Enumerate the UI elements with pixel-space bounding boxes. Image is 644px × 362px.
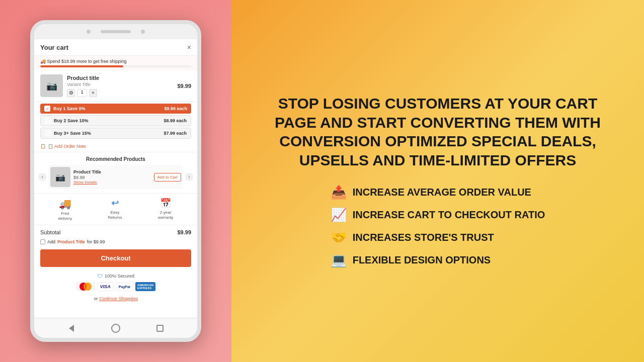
- volume-price-3: $7.99 each: [164, 131, 187, 136]
- note-label: 📋 Add Order Note: [48, 144, 86, 149]
- feature-text-1: INCREASE AVERAGE ORDER VALUE: [353, 187, 531, 198]
- product-details: Product title Variant Title ⚙ 1 +: [67, 75, 173, 97]
- returns-icon: ↩: [111, 198, 119, 209]
- recommended-title: Recommended Products: [34, 156, 197, 162]
- shipping-progress-bar: [40, 65, 191, 67]
- home-circle-icon: [111, 324, 120, 333]
- product-price: $9.99: [177, 83, 191, 89]
- phone-notch: [101, 30, 131, 33]
- phone-top-bar: [34, 24, 197, 39]
- upsell-checkbox[interactable]: [40, 239, 45, 244]
- features-list: 📤 INCREASE AVERAGE ORDER VALUE 📈 INCREAS…: [331, 185, 545, 268]
- shield-icon: 🛡: [97, 273, 103, 279]
- upsell-product-link[interactable]: Product Title: [57, 239, 85, 244]
- product-variant: Variant Title: [67, 82, 173, 87]
- subtotal-label: Subtotal: [40, 229, 60, 235]
- note-icon: 📋: [40, 144, 46, 149]
- home-button[interactable]: [111, 323, 121, 333]
- slider-prev-arrow[interactable]: ‹: [38, 173, 46, 181]
- main-headline: STOP LOSING CUSTOMERS AT YOUR CART PAGE …: [257, 94, 619, 169]
- paypal-icon: PayPal: [116, 282, 133, 291]
- shipping-text: 🚚 Spend $18.99 more to get free shipping: [40, 59, 191, 64]
- recommended-slider: ‹ 📷 Product Title $9.99 Show Details Add…: [34, 165, 197, 189]
- slider-next-arrow[interactable]: ›: [185, 173, 193, 181]
- volume-option-2[interactable]: Buy 2 Save 10% $8.99 each: [40, 115, 191, 126]
- returns-text: EasyReturns: [108, 210, 122, 220]
- quantity-decrease[interactable]: ⚙: [67, 89, 75, 97]
- cart-title: Your cart: [40, 44, 68, 51]
- volume-option-3[interactable]: Buy 3+ Save 15% $7.99 each: [40, 128, 191, 139]
- product-title: Product title: [67, 75, 173, 81]
- volume-discount-options: Buy 1 Save 0% $9.99 each Buy 2 Save 10% …: [34, 102, 197, 141]
- security-section: 🛡 100% Secured VISA PayPal AMERICANEXPRE…: [34, 270, 197, 306]
- close-icon[interactable]: ×: [187, 43, 191, 51]
- phone-mockup: Your cart × 🚚 Spend $18.99 more to get f…: [30, 20, 201, 342]
- continue-shopping-row: or Continue Shopping: [94, 294, 137, 303]
- amex-icon: AMERICANEXPRESS: [135, 282, 155, 291]
- cart-container: Your cart × 🚚 Spend $18.99 more to get f…: [34, 39, 197, 318]
- secured-label: 100% Secured: [105, 274, 134, 279]
- increase-ratio-icon: 📈: [331, 207, 347, 223]
- continue-shopping-link[interactable]: Continue Shopping: [99, 296, 138, 301]
- or-text: or: [94, 296, 98, 301]
- volume-option-1[interactable]: Buy 1 Save 0% $9.99 each: [40, 104, 191, 114]
- back-button[interactable]: [66, 323, 76, 333]
- volume-checkbox-3: [45, 130, 51, 136]
- upsell-add-text: Add: [47, 239, 55, 244]
- menu-square-icon: [156, 325, 164, 332]
- feature-text-4: FLEXIBLE DESIGN OPTIONS: [353, 254, 491, 266]
- increase-aov-icon: 📤: [331, 185, 347, 200]
- left-panel: Your cart × 🚚 Spend $18.99 more to get f…: [0, 0, 231, 362]
- checkout-button[interactable]: Checkout: [40, 249, 191, 267]
- recommended-section: Recommended Products ‹ 📷 Product Title $…: [34, 152, 197, 193]
- secured-text: 🛡 100% Secured: [97, 273, 134, 279]
- phone-bottom-nav: [34, 318, 197, 338]
- visa-icon: VISA: [97, 282, 114, 291]
- subtotal-price: $9.99: [177, 229, 191, 235]
- shipping-bar-section: 🚚 Spend $18.99 more to get free shipping: [34, 56, 197, 70]
- trust-badge-warranty: 📅 2-yearwarranty: [158, 198, 174, 221]
- rec-product-thumbnail: 📷: [50, 167, 70, 187]
- volume-price-2: $8.99 each: [164, 118, 187, 123]
- design-icon: 💻: [331, 252, 347, 268]
- warranty-icon: 📅: [160, 198, 171, 209]
- volume-label-2: Buy 2 Save 10%: [54, 118, 160, 123]
- menu-button[interactable]: [155, 323, 165, 333]
- back-triangle-icon: [69, 325, 74, 332]
- right-panel: STOP LOSING CUSTOMERS AT YOUR CART PAGE …: [231, 0, 644, 362]
- upsell-price: for $9.99: [87, 239, 105, 244]
- feature-item-2: 📈 INCREASE CART TO CHECKOUT RATIO: [331, 207, 545, 223]
- volume-label-3: Buy 3+ Save 15%: [54, 131, 160, 136]
- subtotal-row: Subtotal $9.99: [34, 225, 197, 237]
- payment-icons: VISA PayPal AMERICANEXPRESS: [76, 282, 155, 291]
- trust-badge-delivery: 🚚 Freedelivery: [58, 198, 72, 221]
- show-details-link[interactable]: Show Details: [73, 180, 151, 185]
- cart-header: Your cart ×: [34, 39, 197, 56]
- volume-checkbox-1: [44, 106, 50, 112]
- quantity-increase[interactable]: +: [89, 89, 97, 97]
- phone-dot-2: [141, 30, 145, 34]
- mastercard-icon: [76, 282, 95, 291]
- feature-item-1: 📤 INCREASE AVERAGE ORDER VALUE: [331, 185, 531, 200]
- add-to-cart-button[interactable]: Add to Cart: [154, 173, 181, 182]
- recommended-item: 📷 Product Title $9.99 Show Details Add t…: [48, 165, 183, 189]
- rec-product-details: Product Title $9.99 Show Details: [73, 169, 151, 185]
- trust-badge-returns: ↩ EasyReturns: [108, 198, 122, 221]
- quantity-input[interactable]: 1: [77, 89, 87, 97]
- delivery-icon: 🚚: [59, 198, 71, 210]
- upsell-row: Add Product Title for $9.99: [34, 237, 197, 246]
- trust-icon: 🤝: [331, 230, 347, 245]
- trust-badges-section: 🚚 Freedelivery ↩ EasyReturns 📅 2-yearwar…: [34, 193, 197, 225]
- product-thumbnail: 📷: [40, 74, 63, 97]
- quantity-controls: ⚙ 1 +: [67, 89, 173, 97]
- phone-dot: [87, 30, 91, 34]
- shipping-progress-fill: [40, 65, 123, 67]
- rec-product-title: Product Title: [73, 169, 151, 174]
- cart-product-item: 📷 Product title Variant Title ⚙ 1 + $9.9…: [34, 70, 197, 102]
- feature-text-2: INCREASE CART TO CHECKOUT RATIO: [353, 209, 545, 221]
- feature-item-3: 🤝 INCREASES STORE'S TRUST: [331, 230, 494, 245]
- add-order-note[interactable]: 📋 📋 Add Order Note: [34, 141, 197, 152]
- warranty-text: 2-yearwarranty: [158, 210, 174, 220]
- volume-checkbox-2: [45, 118, 51, 124]
- feature-text-3: INCREASES STORE'S TRUST: [353, 232, 494, 243]
